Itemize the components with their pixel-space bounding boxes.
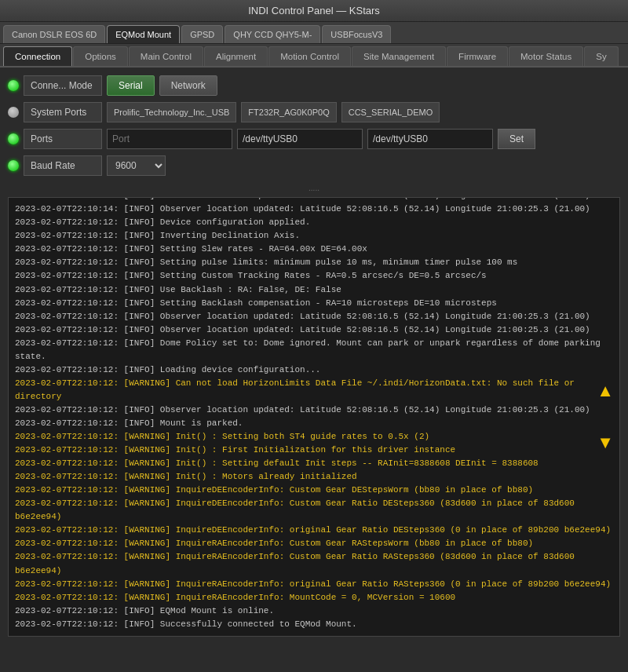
title-bar: INDI Control Panel — KStars: [0, 0, 628, 22]
log-line: 2023-02-07T22:10:12: [INFO] Loading devi…: [15, 363, 613, 377]
conn-mode-label: Conne... Mode: [24, 75, 102, 96]
ports-row: Ports Set: [8, 129, 620, 149]
baud-rate-row: Baud Rate 9600192003840057600115200: [8, 155, 620, 176]
ports-led: [8, 133, 19, 144]
log-line: 2023-02-07T22:10:14: [INFO] Observer loc…: [15, 203, 613, 216]
title-text: INDI Control Panel — KStars: [248, 5, 380, 16]
baud-rate-select[interactable]: 9600192003840057600115200: [107, 155, 166, 176]
section-tab-alignment[interactable]: Alignment: [204, 46, 268, 66]
system-ports-label: System Ports: [24, 102, 102, 122]
device-tabs: Canon DSLR EOS 6DEQMod MountGPSDQHY CCD …: [0, 22, 628, 44]
system-ports-row: System Ports Prolific_Technology_Inc._US…: [8, 102, 620, 122]
log-line: 2023-02-07T22:10:12: [WARNING] InquireDE…: [15, 497, 613, 524]
log-line: 2023-02-07T22:10:12: [WARNING] Init() : …: [15, 430, 613, 444]
log-line: 2023-02-07T22:10:12: [INFO] Setting Slew…: [15, 243, 613, 256]
log-line: 2023-02-07T22:10:12: [WARNING] InquireDE…: [15, 524, 613, 537]
ports-label: Ports: [24, 129, 102, 149]
device-tab-gpsd[interactable]: GPSD: [181, 25, 223, 43]
device-tab-eqmod[interactable]: EQMod Mount: [107, 25, 180, 43]
section-tab-options[interactable]: Options: [73, 46, 128, 66]
port-chip-1[interactable]: FT232R_AG0K0P0Q: [241, 102, 336, 122]
log-line: 2023-02-07T22:10:12: [INFO] Setting puls…: [15, 256, 613, 269]
log-wrapper: 2023-02-07T22:10:15: [INFO] Setting UTC …: [8, 197, 620, 637]
device-tab-canon[interactable]: Canon DSLR EOS 6D: [3, 25, 105, 43]
device-tab-qhy[interactable]: QHY CCD QHY5-M-: [225, 25, 320, 43]
main-content: Conne... Mode Serial Network System Port…: [0, 68, 628, 648]
log-line: 2023-02-07T22:10:12: [WARNING] InquireRA…: [15, 578, 613, 591]
log-line: 2023-02-07T22:10:12: [WARNING] InquireRA…: [15, 591, 613, 604]
log-line: 2023-02-07T22:10:12: [INFO] Mount is par…: [15, 417, 613, 430]
section-tab-motion-control[interactable]: Motion Control: [268, 46, 351, 66]
log-line: 2023-02-07T22:10:12: [WARNING] Init() : …: [15, 457, 613, 470]
log-line: 2023-02-07T22:10:12: [INFO] Observer loc…: [15, 310, 613, 323]
separator: .....: [8, 182, 620, 194]
log-line: 2023-02-07T22:10:12: [INFO] Observer loc…: [15, 404, 613, 417]
log-line: 2023-02-07T22:10:12: [WARNING] Init() : …: [15, 470, 613, 484]
network-button[interactable]: Network: [159, 75, 217, 96]
log-line: 2023-02-07T22:10:12: [INFO] EQMod Mount …: [15, 604, 613, 618]
section-tabs: ConnectionOptionsMain ControlAlignmentMo…: [0, 44, 628, 68]
section-tab-main-control[interactable]: Main Control: [129, 46, 203, 66]
log-line: 2023-02-07T22:10:12: [WARNING] InquireRA…: [15, 550, 613, 577]
log-line: 2023-02-07T22:10:12: [WARNING] Init() : …: [15, 444, 613, 457]
log-area[interactable]: 2023-02-07T22:10:15: [INFO] Setting UTC …: [8, 197, 620, 637]
port-chip-2[interactable]: CCS_SERIAL_DEMO: [341, 102, 440, 122]
set-button[interactable]: Set: [498, 129, 535, 149]
serial-button[interactable]: Serial: [107, 75, 155, 96]
section-tab-firmware[interactable]: Firmware: [447, 46, 508, 66]
conn-mode-led: [8, 80, 19, 91]
log-line: 2023-02-07T22:10:12: [WARNING] InquireDE…: [15, 484, 613, 497]
log-line: 2023-02-07T22:10:12: [INFO] Successfully…: [15, 618, 613, 631]
log-line: 2023-02-07T22:10:12: [WARNING] InquireRA…: [15, 537, 613, 550]
log-line: 2023-02-07T22:10:14: [INFO] Observer loc…: [15, 197, 613, 203]
connection-mode-row: Conne... Mode Serial Network: [8, 75, 620, 96]
section-tab-motor-status[interactable]: Motor Status: [509, 46, 583, 66]
baud-rate-label: Baud Rate: [24, 155, 102, 176]
port-value-1[interactable]: [237, 129, 363, 149]
log-line: 2023-02-07T22:10:12: [INFO] Inverting De…: [15, 229, 613, 243]
log-line: 2023-02-07T22:10:12: [INFO] Device confi…: [15, 216, 613, 229]
port-chip-0[interactable]: Prolific_Technology_Inc._USB: [107, 102, 236, 122]
log-line: 2023-02-07T22:10:12: [INFO] Setting Back…: [15, 297, 613, 310]
system-ports-led: [8, 107, 19, 118]
log-line: 2023-02-07T22:10:12: [INFO] Dome Policy …: [15, 337, 613, 363]
port-value-2[interactable]: [367, 129, 493, 149]
section-tab-connection[interactable]: Connection: [3, 46, 72, 66]
section-tab-sy[interactable]: Sy: [584, 46, 618, 66]
log-line: 2023-02-07T22:10:12: [INFO] Observer loc…: [15, 323, 613, 337]
log-line: 2023-02-07T22:10:12: [INFO] Use Backlash…: [15, 283, 613, 297]
section-tab-site-management[interactable]: Site Management: [352, 46, 446, 66]
log-line: 2023-02-07T22:10:12: [WARNING] Can not l…: [15, 377, 613, 404]
port-input[interactable]: [107, 129, 232, 149]
log-line: 2023-02-07T22:10:12: [INFO] Setting Cust…: [15, 269, 613, 283]
baud-rate-led: [8, 160, 19, 171]
device-tab-usbfocus[interactable]: USBFocusV3: [322, 25, 391, 43]
